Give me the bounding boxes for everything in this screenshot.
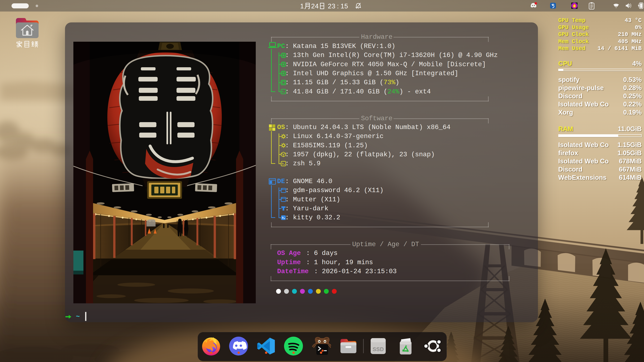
svg-text:SSD: SSD <box>372 346 384 352</box>
